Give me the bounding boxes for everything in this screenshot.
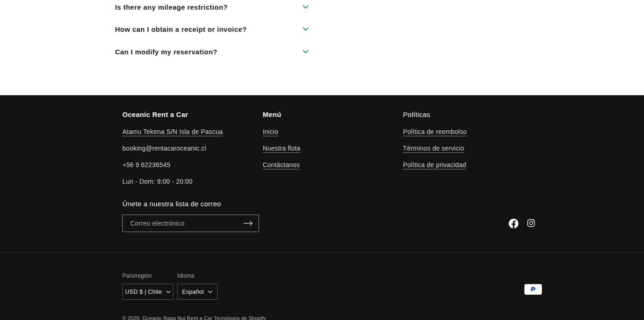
footer-link-terms[interactable]: Términos de servicio [403, 145, 467, 152]
instagram-icon [527, 219, 535, 227]
chevron-down-icon [303, 50, 309, 54]
footer-link-contacto[interactable]: Contáctanos [263, 161, 300, 169]
newsletter-email-input[interactable] [123, 215, 238, 232]
footer-text-hours: Lun - Dom: 9:00 - 20:00 [122, 178, 223, 186]
footer-column-policies: Políticas Política de reembolso Términos… [403, 111, 467, 178]
paypal-badge: P P [524, 284, 542, 295]
faq-item-mileage[interactable]: Is there any mileage restriction? [115, 2, 309, 12]
faq-item-receipt[interactable]: How can I obtain a receipt or invoice? [115, 24, 309, 34]
footer-divider [0, 252, 644, 253]
page: Is there any mileage restriction? How ca… [0, 0, 644, 320]
footer-heading: Oceanic Rent a Car [122, 111, 223, 119]
footer-heading: Políticas [403, 111, 467, 119]
facebook-icon [509, 219, 518, 228]
footer-column-menu: Menú Inicio Nuestra flota Contáctanos [263, 111, 300, 178]
svg-text:P: P [531, 285, 535, 292]
footer-heading: Menú [263, 111, 300, 119]
chevron-down-icon [303, 27, 309, 31]
language-selector[interactable]: Español [177, 284, 218, 300]
faq-question: Can I modify my reservation? [115, 48, 218, 56]
footer-text-phone: +56 9 62236545 [122, 161, 223, 169]
footer-link-flota[interactable]: Nuestra flota [263, 145, 300, 152]
faq-question: How can I obtain a receipt or invoice? [115, 25, 247, 33]
arrow-right-icon [243, 221, 253, 226]
chevron-down-icon [303, 5, 309, 9]
newsletter-field [122, 215, 259, 232]
faq-question: Is there any mileage restriction? [115, 3, 228, 11]
country-region-value: USD $ | Chile [125, 289, 161, 295]
footer-link-inicio[interactable]: Inicio [263, 128, 300, 136]
footer-link-privacy[interactable]: Política de privacidad [403, 161, 467, 169]
language-value: Español [182, 289, 204, 295]
footer: Oceanic Rent a Car Atamu Tekena S/N Isla… [0, 95, 644, 320]
country-region-selector[interactable]: USD $ | Chile [122, 284, 173, 300]
country-region-label: País/región [122, 273, 152, 279]
instagram-link[interactable] [527, 219, 535, 227]
footer-text-email: booking@rentacaroceanic.cl [122, 145, 223, 152]
copyright-text: © 2025, Oceanic Rapa Nui Rent a Car Tecn… [122, 315, 266, 320]
footer-link-address[interactable]: Atamu Tekena S/N Isla de Pascua [122, 128, 223, 136]
faq-item-modify[interactable]: Can I modify my reservation? [115, 47, 309, 57]
facebook-link[interactable] [509, 219, 518, 228]
chevron-down-icon [166, 291, 171, 293]
newsletter-submit-button[interactable] [238, 215, 259, 232]
language-label: Idioma [177, 273, 195, 279]
paypal-icon: P P [529, 285, 537, 293]
newsletter-heading: Únete a nuestra lista de correo [122, 200, 221, 208]
footer-column-contact: Oceanic Rent a Car Atamu Tekena S/N Isla… [122, 111, 223, 194]
chevron-down-icon [208, 291, 213, 293]
footer-link-refund-policy[interactable]: Política de reembolso [403, 128, 467, 136]
